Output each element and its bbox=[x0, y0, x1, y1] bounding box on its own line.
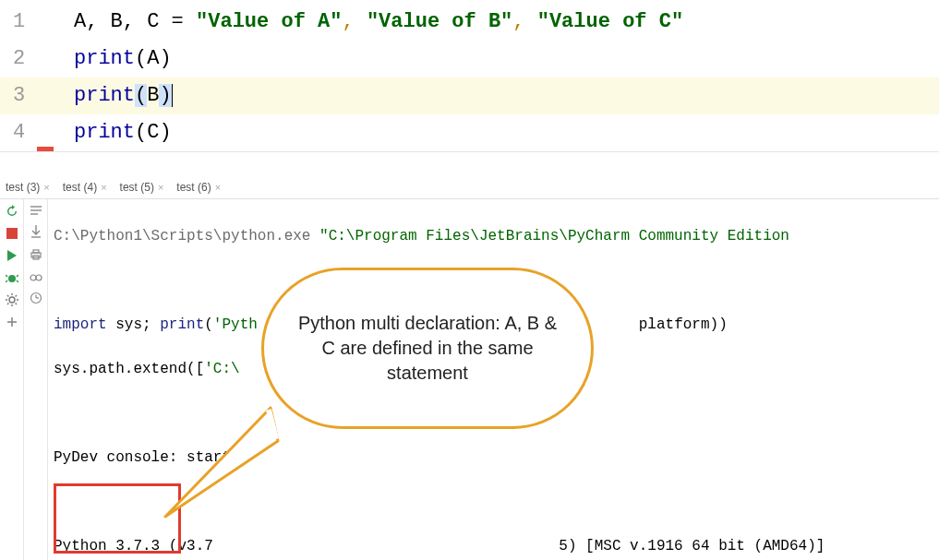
line-number: 2 bbox=[0, 41, 65, 77]
callout-tail bbox=[160, 399, 289, 528]
annotation-callout: Python multi declaration: A, B & C are d… bbox=[261, 268, 594, 429]
console-command-arg: "C:\Program Files\JetBrains\PyCharm Comm… bbox=[319, 228, 789, 244]
close-icon[interactable]: × bbox=[158, 182, 163, 193]
code-line-3[interactable]: print(B) bbox=[65, 77, 939, 114]
rerun-icon[interactable] bbox=[4, 203, 20, 220]
code-area[interactable]: A, B, C = "Value of A", "Value of B", "V… bbox=[65, 0, 939, 151]
stop-icon[interactable] bbox=[4, 225, 20, 242]
svg-line-12 bbox=[15, 304, 16, 304]
close-icon[interactable]: × bbox=[101, 182, 106, 193]
close-icon[interactable]: × bbox=[43, 182, 49, 193]
svg-line-2 bbox=[6, 275, 7, 277]
svg-point-25 bbox=[36, 275, 42, 280]
code-line-1[interactable]: A, B, C = "Value of A", "Value of B", "V… bbox=[65, 4, 939, 41]
console-toolbar-left bbox=[0, 199, 24, 560]
settings-icon[interactable] bbox=[4, 292, 20, 308]
svg-rect-0 bbox=[6, 228, 18, 239]
line-number: 3 bbox=[0, 77, 65, 114]
console-toolbar-secondary bbox=[24, 199, 48, 560]
svg-line-14 bbox=[15, 295, 16, 296]
history-icon[interactable] bbox=[30, 292, 42, 308]
panel-splitter[interactable] bbox=[0, 151, 939, 175]
print-icon[interactable] bbox=[30, 247, 42, 264]
run-tab-test-6[interactable]: test (6)× bbox=[176, 181, 221, 194]
svg-rect-22 bbox=[33, 250, 39, 253]
line-gutter: 1 2 3 4 bbox=[0, 0, 65, 151]
python-version-a: Python 3.7.3 (v3.7 bbox=[54, 538, 213, 554]
code-editor[interactable]: 1 2 3 4 A, B, C = "Value of A", "Value o… bbox=[0, 0, 939, 151]
toggle-soft-wrap-icon[interactable] bbox=[30, 203, 42, 220]
console-command-path: C:\Python1\Scripts\python.exe bbox=[54, 228, 319, 244]
line-number: 1 bbox=[0, 4, 65, 41]
callout-text: Python multi declaration: A, B & C are d… bbox=[292, 311, 563, 386]
svg-point-24 bbox=[30, 275, 36, 280]
line-number: 4 bbox=[0, 114, 65, 151]
add-icon[interactable] bbox=[4, 314, 20, 330]
bug-icon[interactable] bbox=[4, 269, 20, 286]
svg-line-11 bbox=[7, 295, 8, 296]
svg-point-6 bbox=[9, 297, 15, 303]
play-icon[interactable] bbox=[4, 247, 20, 264]
code-line-4[interactable]: print(C) bbox=[65, 114, 939, 151]
run-config-tabs: test (3)× test (4)× test (5)× test (6)× bbox=[0, 175, 939, 199]
python-version-c: 5) [MSC v.1916 64 bit (AMD64)] bbox=[559, 538, 825, 554]
run-tab-test-5[interactable]: test (5)× bbox=[120, 181, 164, 194]
show-variables-icon[interactable] bbox=[30, 269, 42, 286]
svg-point-1 bbox=[8, 275, 16, 282]
svg-line-5 bbox=[17, 280, 18, 282]
run-tab-test-4[interactable]: test (4)× bbox=[63, 181, 107, 194]
svg-line-13 bbox=[7, 304, 8, 304]
resize-handle-marker bbox=[37, 147, 54, 151]
run-tab-test-3[interactable]: test (3)× bbox=[6, 181, 50, 194]
close-icon[interactable]: × bbox=[215, 182, 221, 193]
svg-line-3 bbox=[17, 275, 18, 277]
scroll-to-end-icon[interactable] bbox=[30, 225, 42, 242]
code-line-2[interactable]: print(A) bbox=[65, 41, 939, 77]
svg-line-4 bbox=[6, 280, 7, 282]
